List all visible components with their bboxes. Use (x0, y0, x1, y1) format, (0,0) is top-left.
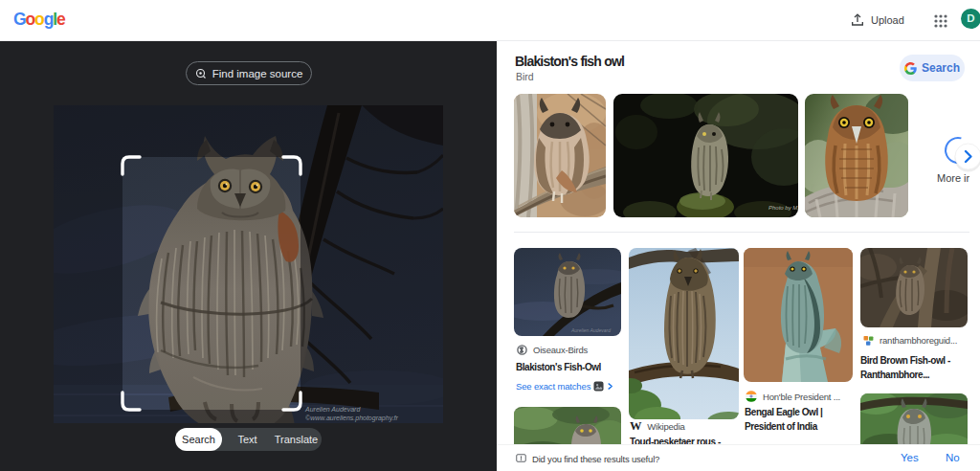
svg-text:©www.aureliens.photography.fr: ©www.aureliens.photography.fr (305, 415, 399, 422)
svg-text:Aurelien Audevard: Aurelien Audevard (570, 327, 611, 333)
svg-text:Photo by M. Jin: Photo by M. Jin (768, 205, 798, 211)
svg-text:Aurelien Audevard: Aurelien Audevard (304, 406, 361, 413)
